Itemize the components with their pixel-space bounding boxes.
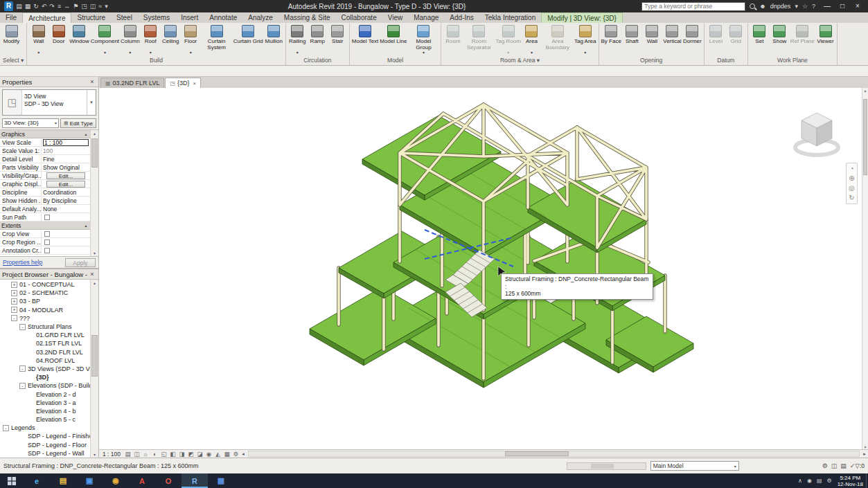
parts-visibility-value[interactable]: Show Original xyxy=(43,164,80,171)
tree-item-elevations-sdp-building[interactable]: -Elevations (SDP - Building xyxy=(0,381,90,390)
help-icon[interactable]: ? xyxy=(812,3,815,10)
steering-wheel-icon[interactable]: ◔ xyxy=(849,164,853,174)
crop-view-icon[interactable]: ◱ xyxy=(160,451,168,458)
properties-close-icon[interactable]: × xyxy=(88,78,96,85)
tree-item-elevation-4-b[interactable]: Elevation 4 - b xyxy=(0,407,90,415)
tree-expander-icon[interactable]: - xyxy=(19,383,26,389)
search-icon[interactable] xyxy=(750,3,755,9)
ribbon-button-component[interactable]: Component▾ xyxy=(90,24,120,55)
exchange-apps-icon[interactable]: ☆ xyxy=(802,3,808,10)
scroll-thumb[interactable] xyxy=(505,451,569,456)
tray-network-icon[interactable]: ◉ xyxy=(807,478,812,484)
tree-item-structural-plans[interactable]: -Structural Plans xyxy=(0,323,90,331)
sun-path-icon[interactable]: ☼ xyxy=(142,451,150,458)
default-analy-value[interactable]: None xyxy=(43,206,57,213)
ribbon-button-dormer[interactable]: Dormer xyxy=(682,24,702,51)
ribbon-button-model-group[interactable]: Model Group▾ xyxy=(407,24,439,55)
ribbon-button-area-boundary[interactable]: Area Boundary xyxy=(542,24,574,51)
ribbon-button-set[interactable]: Set xyxy=(750,24,770,51)
ribbon-button-window[interactable]: Window xyxy=(69,24,89,51)
close-view-icon[interactable]: × xyxy=(193,80,197,87)
tree-item-02-schematic[interactable]: +02 - SCHEMATIC xyxy=(0,289,90,297)
scroll-up-icon[interactable]: ▴ xyxy=(862,88,868,93)
taskbar-app-store[interactable]: ▣ xyxy=(76,473,103,488)
sync-icon[interactable]: ↻ xyxy=(33,1,39,11)
ribbon-group-label[interactable]: Room & Area ▾ xyxy=(443,56,596,65)
tree-item-04-modular[interactable]: +04 - MODULAR xyxy=(0,306,90,314)
taskbar-clock[interactable]: 5:24 PM 12-Nov-18 xyxy=(835,475,866,487)
dropdown-arrow-icon[interactable]: ▾ xyxy=(129,51,131,55)
rewind-icon[interactable]: ↻ xyxy=(849,193,854,203)
ribbon-tab-massing-site[interactable]: Massing & Site xyxy=(278,12,336,23)
ribbon-button-curtain-grid[interactable]: Curtain Grid xyxy=(233,24,264,51)
ribbon-button-roof[interactable]: Roof▾ xyxy=(141,24,161,55)
tree-item-elevation-2-d[interactable]: Elevation 2 - d xyxy=(0,390,90,398)
ribbon-tab-systems[interactable]: Systems xyxy=(138,12,175,23)
section-icon[interactable]: ◫ xyxy=(90,1,96,11)
ribbon-button-ref-plane[interactable]: Ref Plane xyxy=(790,24,815,51)
scroll-thumb[interactable] xyxy=(91,138,98,168)
selection-filter-icon[interactable]: ✓ xyxy=(850,462,856,469)
tree-item-[interactable]: -??? xyxy=(0,314,90,323)
dropdown-arrow-icon[interactable]: ▾ xyxy=(423,51,425,55)
ribbon-button-by-face[interactable]: By Face xyxy=(601,24,622,51)
revit-logo-icon[interactable]: R xyxy=(4,1,13,11)
tree-item-sdp-legend-floor[interactable]: SDP - Legend - Floor xyxy=(0,441,90,449)
property-section-graphics[interactable]: Graphics▴ xyxy=(0,130,90,138)
scroll-down-icon[interactable]: ▾ xyxy=(862,444,868,449)
ribbon-tab-collaborate[interactable]: Collaborate xyxy=(336,12,382,23)
ribbon-button-vertical[interactable]: Vertical xyxy=(662,24,682,51)
signed-in-user[interactable]: dnpdes xyxy=(770,3,791,10)
crop-view-checkbox[interactable] xyxy=(44,231,50,237)
ribbon-button-door[interactable]: Door xyxy=(48,24,69,51)
tree-expander-icon[interactable]: + xyxy=(11,298,17,305)
default-3d-view-icon[interactable]: ◳ xyxy=(81,1,87,11)
project-browser-close-icon[interactable]: × xyxy=(88,271,96,278)
view-tab-3d[interactable]: ◳ {3D} × xyxy=(165,78,201,88)
ribbon-tab-architecture[interactable]: Architecture xyxy=(22,12,71,23)
ribbon-button-wall[interactable]: Wall xyxy=(642,24,662,51)
tree-item-legends[interactable]: -Legends xyxy=(0,424,90,432)
sign-in-icon[interactable]: ☻ xyxy=(759,3,765,10)
properties-scrollbar[interactable]: ▴ ▾ xyxy=(90,130,98,256)
ribbon-button-room[interactable]: Room xyxy=(443,24,463,51)
worksharing-display-icon[interactable]: ◉ xyxy=(205,451,213,458)
taskbar-app-file-explorer[interactable]: ▤ xyxy=(50,473,76,488)
taskbar-app-opera[interactable]: O xyxy=(155,473,181,488)
taskbar-app-adobe[interactable]: A xyxy=(129,473,155,488)
visual-style-icon[interactable]: ◫ xyxy=(133,451,141,458)
start-button[interactable] xyxy=(0,473,24,488)
ribbon-button-modify[interactable]: Modify xyxy=(1,24,21,51)
ribbon-button-shaft[interactable]: Shaft xyxy=(622,24,642,51)
scroll-down-icon[interactable]: ▾ xyxy=(91,452,98,457)
ribbon-button-stair[interactable]: Stair xyxy=(328,24,348,51)
browser-scrollbar[interactable]: ▴ ▾ xyxy=(90,280,98,458)
tree-expander-icon[interactable]: - xyxy=(3,425,9,431)
tree-item-elevation-5-c[interactable]: Elevation 5 - c xyxy=(0,415,90,424)
links-icon[interactable]: ◫ xyxy=(831,462,838,469)
ribbon-tab-insert[interactable]: Insert xyxy=(175,12,204,23)
redo-icon[interactable]: ↷ xyxy=(49,1,55,11)
reveal-hidden-elements-icon[interactable]: ◪ xyxy=(196,451,204,458)
undo-icon[interactable]: ↶ xyxy=(42,1,47,11)
canvas-horizontal-scrollbar[interactable] xyxy=(248,451,860,457)
ribbon-tab-steel[interactable]: Steel xyxy=(111,12,138,23)
ribbon-tab-modify-contextual[interactable]: Modify | 3D View: {3D} xyxy=(541,12,623,23)
scroll-up-icon[interactable]: ▴ xyxy=(91,280,98,285)
collapse-icon[interactable]: ▴ xyxy=(82,223,90,228)
tree-expander-icon[interactable]: - xyxy=(19,365,26,372)
lock-3d-view-icon[interactable]: ◨ xyxy=(178,451,186,458)
taskbar-app-app-window[interactable]: ▦ xyxy=(208,473,234,488)
scroll-down-icon[interactable]: ▾ xyxy=(91,251,98,255)
scroll-left-icon[interactable]: ◂ xyxy=(240,451,247,457)
tree-item-03-bp[interactable]: +03 - BP xyxy=(0,297,90,305)
dropdown-arrow-icon[interactable]: ▾ xyxy=(190,51,192,55)
element-filter-select[interactable]: 3D View: {3D} ▾ xyxy=(2,118,59,128)
scale-detail-level-icon[interactable]: ▤ xyxy=(124,451,132,458)
visibility-grap-edit-button[interactable]: Edit... xyxy=(46,172,85,179)
minimize-button[interactable]: — xyxy=(820,0,835,12)
user-dropdown-icon[interactable]: ▾ xyxy=(795,3,798,10)
ribbon-button-ramp[interactable]: Ramp xyxy=(308,24,328,51)
ribbon-button-room-separator[interactable]: Room Separator xyxy=(463,24,495,51)
show-analytical-model-icon[interactable]: ▦ xyxy=(223,451,231,458)
